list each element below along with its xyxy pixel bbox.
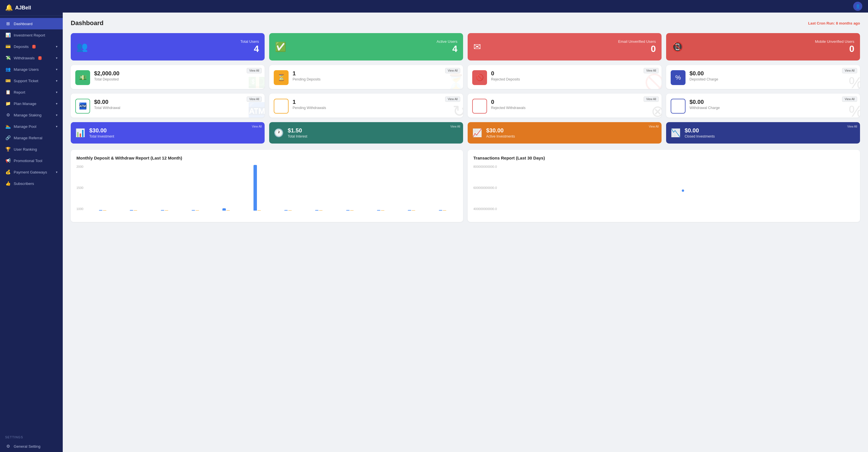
- sidebar-item-withdrawals[interactable]: 💸 Withdrawals ! ▾: [0, 52, 63, 64]
- sidebar-item-user-ranking[interactable]: 🏆 User Ranking: [0, 144, 63, 155]
- card-body-rejected-withdrawals: 0 Rejected Withdrawals: [491, 99, 657, 110]
- withdraw-bar: [350, 210, 353, 210]
- sidebar-logo: 🔔 AJBell: [0, 0, 63, 16]
- inv-icon-closed-investments: 📉: [671, 128, 681, 138]
- stat-card-total-users[interactable]: 👥 Total Users 4: [71, 33, 265, 60]
- invest-card-total-interest[interactable]: 🕐 $1.50 Total Interest View All: [269, 122, 463, 144]
- dw-chart-area: 200015001000: [76, 165, 457, 216]
- bar-group: [366, 210, 396, 210]
- view-all-rejected-deposits[interactable]: View All: [644, 68, 659, 73]
- stat-info-mobile-unverified: Mobile Unverified Users 0: [688, 39, 854, 54]
- stat-icon-mobile-unverified: 📵: [672, 41, 683, 52]
- withdraw-bar: [226, 210, 230, 210]
- nav-icon-report: 📋: [5, 90, 11, 95]
- deposit-bar: [346, 210, 350, 210]
- dw-y-labels: 200015001000: [76, 165, 83, 210]
- card-label-total-withdrawal: Total Withdrawal: [94, 106, 260, 110]
- inv-view-total-investment[interactable]: View All: [252, 125, 262, 128]
- stat-card-mobile-unverified[interactable]: 📵 Mobile Unverified Users 0: [666, 33, 860, 60]
- inv-view-total-interest[interactable]: View All: [450, 125, 460, 128]
- nav-label-manage-pool: Manage Pool: [14, 124, 36, 129]
- nav-badge-deposits: !: [32, 45, 36, 49]
- withdrawal-stats-grid: 🏧 $0.00 Total Withdrawal View All 🏧 ↻ 1 …: [71, 93, 860, 118]
- stat-value-active-users: 4: [291, 44, 457, 54]
- nav-label-manage-staking: Manage Staking: [14, 113, 42, 117]
- deposit-bar: [377, 210, 380, 210]
- sidebar-item-deposits[interactable]: 💳 Deposits ! ▾: [0, 41, 63, 52]
- card-body-deposited-charge: $0.00 Deposited Charge: [689, 70, 856, 81]
- card-value-pending-withdrawals: 1: [292, 99, 459, 105]
- deposit-bar: [315, 210, 318, 210]
- nav-arrow-manage-staking: ▾: [56, 113, 58, 117]
- stat-card-active-users[interactable]: ✅ Active Users 4: [269, 33, 463, 60]
- view-all-pending-deposits[interactable]: View All: [445, 68, 460, 73]
- inv-value-active-investments: $30.00: [486, 127, 657, 134]
- charts-grid: Monthly Deposit & Withdraw Report (Last …: [71, 150, 860, 222]
- sidebar-item-manage-staking[interactable]: ⚙ Manage Staking ▾: [0, 109, 63, 121]
- card-value-deposited-charge: $0.00: [689, 70, 856, 77]
- sidebar-item-promotional-tool[interactable]: 📢 Promotional Tool: [0, 155, 63, 166]
- view-all-rejected-withdrawals[interactable]: View All: [644, 96, 659, 102]
- nav-icon-manage-users: 👥: [5, 67, 11, 72]
- user-stats-grid: 👥 Total Users 4 ✅ Active Users 4 ✉ Email…: [71, 33, 860, 60]
- nav-label-general-setting: General Setting: [14, 444, 40, 449]
- nav-icon-manage-pool: 🏊: [5, 124, 11, 129]
- info-card-pending-withdrawals: ↻ 1 Pending Withdrawals View All ↻: [269, 93, 463, 118]
- card-icon-rejected-deposits: 🚫: [472, 70, 487, 85]
- sidebar-item-payment-gateways[interactable]: 💰 Payment Gateways ▾: [0, 166, 63, 178]
- invest-card-active-investments[interactable]: 📈 $30.00 Active Investments View All: [468, 122, 661, 144]
- view-all-pending-withdrawals[interactable]: View All: [445, 96, 460, 102]
- sidebar-item-subscribers[interactable]: 👍 Subscribers: [0, 178, 63, 189]
- inv-icon-total-investment: 📊: [75, 128, 85, 138]
- sidebar-item-dashboard[interactable]: ⊞ Dashboard: [0, 18, 63, 29]
- stat-card-email-unverified[interactable]: ✉ Email Unverified Users 0: [468, 33, 661, 60]
- nav-label-investment-report: Investment Report: [14, 33, 45, 37]
- tx-chart-area: 800000000000.0600000000000.0400000000000…: [473, 165, 854, 216]
- card-value-rejected-deposits: 0: [491, 70, 657, 77]
- sidebar-item-support-ticket[interactable]: 🎫 Support Ticket ▾: [0, 75, 63, 86]
- view-all-deposited-charge[interactable]: View All: [842, 68, 857, 73]
- info-card-deposited-charge: % $0.00 Deposited Charge View All %: [666, 65, 860, 89]
- nav-label-deposits: Deposits: [14, 45, 29, 49]
- stat-label-mobile-unverified: Mobile Unverified Users: [688, 39, 854, 44]
- tx-y-label: 400000000000.0: [473, 207, 497, 210]
- user-avatar[interactable]: 👤: [853, 2, 862, 11]
- nav-icon-manage-referral: 🔗: [5, 135, 11, 140]
- withdraw-bar: [381, 210, 384, 210]
- sidebar-item-general-setting[interactable]: ⚙ General Setting: [0, 441, 63, 452]
- nav-icon-support-ticket: 🎫: [5, 78, 11, 83]
- inv-view-active-investments[interactable]: View All: [649, 125, 659, 128]
- deposit-bar: [284, 210, 288, 210]
- sidebar-item-report[interactable]: 📋 Report ▾: [0, 86, 63, 98]
- sidebar-item-manage-referral[interactable]: 🔗 Manage Referral: [0, 132, 63, 144]
- stat-info-email-unverified: Email Unverified Users 0: [486, 39, 656, 54]
- invest-card-closed-investments[interactable]: 📉 $0.00 Closed Investments View All: [666, 122, 860, 144]
- nav-arrow-report: ▾: [56, 90, 58, 94]
- nav-icon-manage-staking: ⚙: [5, 112, 11, 118]
- sidebar-item-manage-users[interactable]: 👥 Manage Users ▾: [0, 64, 63, 75]
- bar-group: [150, 210, 179, 210]
- invest-card-total-investment[interactable]: 📊 $30.00 Total Investment View All: [71, 122, 265, 144]
- deposit-bar: [99, 210, 102, 210]
- view-all-withdrawal-charge[interactable]: View All: [842, 96, 857, 102]
- sidebar: 🔔 AJBell ⊞ Dashboard 📊 Investment Report…: [0, 0, 63, 452]
- page-title: Dashboard: [71, 20, 103, 27]
- inv-value-total-interest: $1.50: [288, 127, 459, 134]
- sidebar-item-investment-report[interactable]: 📊 Investment Report: [0, 29, 63, 41]
- sidebar-item-plan-manage[interactable]: 📁 Plan Manage ▾: [0, 98, 63, 109]
- dw-bars: [88, 165, 457, 210]
- inv-body-active-investments: $30.00 Active Investments: [486, 127, 657, 138]
- nav-icon-dashboard: ⊞: [5, 21, 11, 26]
- inv-label-closed-investments: Closed Investments: [685, 134, 856, 138]
- inv-view-closed-investments[interactable]: View All: [847, 125, 857, 128]
- nav-label-promotional-tool: Promotional Tool: [14, 159, 42, 163]
- inv-label-total-interest: Total Interest: [288, 134, 459, 138]
- view-all-total-deposited[interactable]: View All: [247, 68, 262, 73]
- stat-icon-active-users: ✅: [275, 41, 286, 52]
- view-all-total-withdrawal[interactable]: View All: [247, 96, 262, 102]
- dw-y-label: 1500: [76, 186, 83, 190]
- info-card-total-withdrawal: 🏧 $0.00 Total Withdrawal View All 🏧: [71, 93, 265, 118]
- nav-arrow-manage-pool: ▾: [56, 125, 58, 129]
- sidebar-item-manage-pool[interactable]: 🏊 Manage Pool ▾: [0, 121, 63, 132]
- card-icon-pending-deposits: ⏳: [274, 70, 288, 85]
